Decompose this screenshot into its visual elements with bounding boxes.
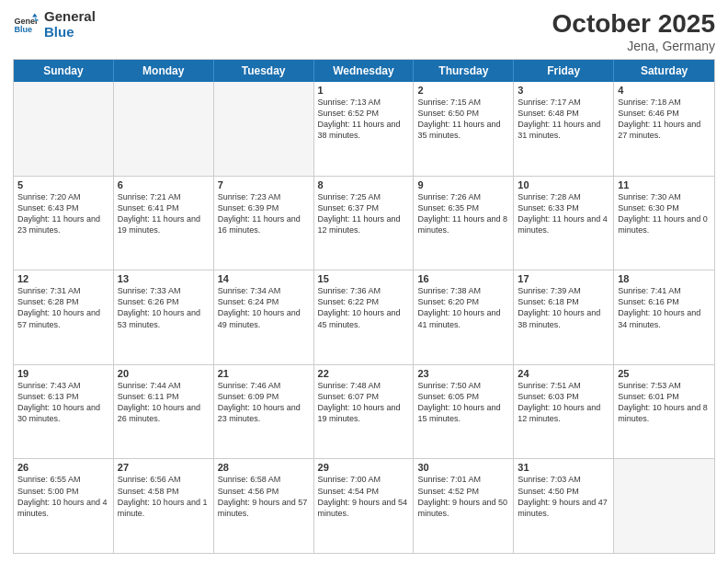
day-number: 3 — [518, 85, 609, 96]
day-number: 11 — [618, 179, 711, 190]
calendar-cell: 20Sunrise: 7:44 AM Sunset: 6:11 PM Dayli… — [114, 365, 214, 459]
calendar-cell: 8Sunrise: 7:25 AM Sunset: 6:37 PM Daylig… — [314, 177, 415, 270]
cell-info: Sunrise: 7:36 AM Sunset: 6:22 PM Dayligh… — [318, 285, 410, 330]
cell-info: Sunrise: 7:53 AM Sunset: 6:01 PM Dayligh… — [618, 380, 711, 425]
cell-info: Sunrise: 7:18 AM Sunset: 6:46 PM Dayligh… — [618, 97, 711, 142]
logo: General Blue General Blue — [13, 9, 96, 40]
day-header-sunday: Sunday — [14, 60, 114, 82]
calendar-cell — [614, 459, 714, 553]
calendar-cell: 3Sunrise: 7:17 AM Sunset: 6:48 PM Daylig… — [514, 82, 614, 176]
calendar-cell — [214, 82, 314, 176]
day-number: 26 — [17, 462, 109, 473]
day-number: 15 — [318, 273, 410, 284]
cell-info: Sunrise: 7:30 AM Sunset: 6:30 PM Dayligh… — [618, 191, 711, 236]
logo-blue: Blue — [44, 25, 96, 40]
calendar-row: 5Sunrise: 7:20 AM Sunset: 6:43 PM Daylig… — [14, 177, 714, 271]
calendar-cell: 2Sunrise: 7:15 AM Sunset: 6:50 PM Daylig… — [414, 82, 514, 176]
calendar-row: 12Sunrise: 7:31 AM Sunset: 6:28 PM Dayli… — [14, 270, 714, 365]
day-number: 5 — [17, 179, 109, 190]
calendar-cell: 13Sunrise: 7:33 AM Sunset: 6:26 PM Dayli… — [114, 270, 214, 364]
cell-info: Sunrise: 7:44 AM Sunset: 6:11 PM Dayligh… — [118, 380, 210, 425]
page-header: General Blue General Blue October 2025 J… — [13, 9, 715, 53]
cell-info: Sunrise: 7:28 AM Sunset: 6:33 PM Dayligh… — [518, 191, 609, 236]
calendar-cell: 26Sunrise: 6:55 AM Sunset: 5:00 PM Dayli… — [14, 459, 114, 553]
cell-info: Sunrise: 6:58 AM Sunset: 4:56 PM Dayligh… — [218, 474, 310, 519]
calendar-cell: 1Sunrise: 7:13 AM Sunset: 6:52 PM Daylig… — [314, 82, 415, 176]
calendar-cell — [114, 82, 214, 176]
cell-info: Sunrise: 7:20 AM Sunset: 6:43 PM Dayligh… — [17, 191, 109, 236]
cell-info: Sunrise: 7:03 AM Sunset: 4:50 PM Dayligh… — [518, 474, 609, 519]
calendar-cell: 14Sunrise: 7:34 AM Sunset: 6:24 PM Dayli… — [214, 270, 314, 364]
calendar-cell: 27Sunrise: 6:56 AM Sunset: 4:58 PM Dayli… — [114, 459, 214, 553]
calendar-cell: 18Sunrise: 7:41 AM Sunset: 6:16 PM Dayli… — [614, 270, 714, 364]
cell-info: Sunrise: 7:51 AM Sunset: 6:03 PM Dayligh… — [518, 380, 609, 425]
cell-info: Sunrise: 7:23 AM Sunset: 6:39 PM Dayligh… — [218, 191, 310, 236]
cell-info: Sunrise: 7:01 AM Sunset: 4:52 PM Dayligh… — [417, 474, 509, 519]
day-number: 20 — [118, 368, 210, 379]
day-number: 16 — [417, 273, 509, 284]
day-number: 30 — [417, 462, 509, 473]
calendar-cell: 5Sunrise: 7:20 AM Sunset: 6:43 PM Daylig… — [14, 177, 114, 270]
day-number: 2 — [417, 85, 509, 96]
cell-info: Sunrise: 7:43 AM Sunset: 6:13 PM Dayligh… — [17, 380, 109, 425]
calendar-cell: 6Sunrise: 7:21 AM Sunset: 6:41 PM Daylig… — [114, 177, 214, 270]
day-number: 9 — [417, 179, 509, 190]
cell-info: Sunrise: 6:55 AM Sunset: 5:00 PM Dayligh… — [17, 474, 109, 519]
calendar-cell: 29Sunrise: 7:00 AM Sunset: 4:54 PM Dayli… — [314, 459, 415, 553]
day-number: 4 — [618, 85, 711, 96]
day-number: 28 — [218, 462, 310, 473]
day-number: 22 — [318, 368, 410, 379]
calendar-cell: 16Sunrise: 7:38 AM Sunset: 6:20 PM Dayli… — [414, 270, 514, 364]
calendar-cell: 17Sunrise: 7:39 AM Sunset: 6:18 PM Dayli… — [514, 270, 614, 364]
cell-info: Sunrise: 7:46 AM Sunset: 6:09 PM Dayligh… — [218, 380, 310, 425]
cell-info: Sunrise: 7:50 AM Sunset: 6:05 PM Dayligh… — [417, 380, 509, 425]
day-number: 7 — [218, 179, 310, 190]
calendar-cell: 21Sunrise: 7:46 AM Sunset: 6:09 PM Dayli… — [214, 365, 314, 459]
calendar-row: 19Sunrise: 7:43 AM Sunset: 6:13 PM Dayli… — [14, 365, 714, 460]
calendar-cell: 11Sunrise: 7:30 AM Sunset: 6:30 PM Dayli… — [614, 177, 714, 270]
day-number: 12 — [17, 273, 109, 284]
calendar-cell: 23Sunrise: 7:50 AM Sunset: 6:05 PM Dayli… — [414, 365, 514, 459]
logo-icon: General Blue — [13, 12, 39, 38]
day-header-saturday: Saturday — [614, 60, 714, 82]
day-header-wednesday: Wednesday — [314, 60, 415, 82]
cell-info: Sunrise: 7:34 AM Sunset: 6:24 PM Dayligh… — [218, 285, 310, 330]
calendar-page: General Blue General Blue October 2025 J… — [0, 0, 728, 563]
cell-info: Sunrise: 7:25 AM Sunset: 6:37 PM Dayligh… — [318, 191, 410, 236]
calendar-row: 1Sunrise: 7:13 AM Sunset: 6:52 PM Daylig… — [14, 82, 714, 177]
cell-info: Sunrise: 7:13 AM Sunset: 6:52 PM Dayligh… — [318, 97, 410, 142]
calendar-cell — [14, 82, 114, 176]
cell-info: Sunrise: 7:00 AM Sunset: 4:54 PM Dayligh… — [318, 474, 410, 519]
day-number: 21 — [218, 368, 310, 379]
day-number: 25 — [618, 368, 711, 379]
calendar-row: 26Sunrise: 6:55 AM Sunset: 5:00 PM Dayli… — [14, 459, 714, 553]
day-header-tuesday: Tuesday — [214, 60, 314, 82]
calendar-cell: 7Sunrise: 7:23 AM Sunset: 6:39 PM Daylig… — [214, 177, 314, 270]
title-area: October 2025 Jena, Germany — [552, 9, 715, 53]
calendar-cell: 4Sunrise: 7:18 AM Sunset: 6:46 PM Daylig… — [614, 82, 714, 176]
svg-text:Blue: Blue — [14, 25, 32, 34]
day-number: 1 — [318, 85, 410, 96]
day-number: 17 — [518, 273, 609, 284]
calendar-body: 1Sunrise: 7:13 AM Sunset: 6:52 PM Daylig… — [14, 82, 714, 553]
cell-info: Sunrise: 7:48 AM Sunset: 6:07 PM Dayligh… — [318, 380, 410, 425]
cell-info: Sunrise: 7:26 AM Sunset: 6:35 PM Dayligh… — [417, 191, 509, 236]
calendar-cell: 28Sunrise: 6:58 AM Sunset: 4:56 PM Dayli… — [214, 459, 314, 553]
cell-info: Sunrise: 6:56 AM Sunset: 4:58 PM Dayligh… — [118, 474, 210, 519]
cell-info: Sunrise: 7:21 AM Sunset: 6:41 PM Dayligh… — [118, 191, 210, 236]
cell-info: Sunrise: 7:33 AM Sunset: 6:26 PM Dayligh… — [118, 285, 210, 330]
day-number: 19 — [17, 368, 109, 379]
day-number: 6 — [118, 179, 210, 190]
day-number: 18 — [618, 273, 711, 284]
day-number: 31 — [518, 462, 609, 473]
cell-info: Sunrise: 7:31 AM Sunset: 6:28 PM Dayligh… — [17, 285, 109, 330]
day-header-friday: Friday — [514, 60, 614, 82]
cell-info: Sunrise: 7:17 AM Sunset: 6:48 PM Dayligh… — [518, 97, 609, 142]
calendar-cell: 19Sunrise: 7:43 AM Sunset: 6:13 PM Dayli… — [14, 365, 114, 459]
location: Jena, Germany — [552, 39, 715, 53]
day-number: 10 — [518, 179, 609, 190]
day-number: 8 — [318, 179, 410, 190]
calendar-cell: 31Sunrise: 7:03 AM Sunset: 4:50 PM Dayli… — [514, 459, 614, 553]
calendar-cell: 22Sunrise: 7:48 AM Sunset: 6:07 PM Dayli… — [314, 365, 415, 459]
day-headers: SundayMondayTuesdayWednesdayThursdayFrid… — [14, 60, 714, 82]
